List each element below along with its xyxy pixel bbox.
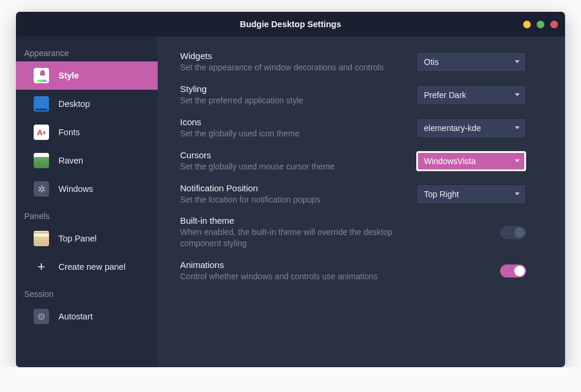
setting-desc: Set the appearance of window decorations… (180, 62, 404, 73)
sidebar-item-label: Raven (58, 156, 83, 165)
dropdown-value: WindowsVista (424, 156, 476, 166)
setting-title: Styling (180, 84, 404, 94)
window-title: Budgie Desktop Settings (240, 19, 341, 29)
setting-widgets: Widgets Set the appearance of window dec… (180, 51, 547, 73)
settings-window: Budgie Desktop Settings Appearance Style… (16, 12, 565, 367)
setting-desc: Set the preferred application style (180, 95, 404, 106)
sidebar-section-session: Session (16, 281, 158, 302)
cursors-dropdown[interactable]: WindowsVista (416, 151, 526, 171)
dropdown-value: Top Right (424, 190, 459, 199)
content-pane: Widgets Set the appearance of window dec… (158, 37, 565, 367)
sidebar-item-label: Top Panel (58, 234, 97, 243)
windows-icon: ✲ (34, 181, 49, 197)
setting-desc: Control whether windows and controls use… (180, 271, 404, 282)
window-controls (523, 21, 558, 28)
setting-title: Animations (180, 260, 404, 270)
dropdown-value: Otis (424, 57, 439, 67)
maximize-button[interactable] (537, 21, 544, 28)
setting-cursors: Cursors Set the globally used mouse curs… (180, 150, 547, 172)
setting-title: Cursors (180, 150, 404, 160)
sidebar-item-top-panel[interactable]: Top Panel (16, 224, 158, 253)
desktop-icon (34, 96, 49, 112)
dropdown-value: elementary-kde (424, 123, 481, 133)
setting-styling: Styling Set the preferred application st… (180, 84, 547, 106)
sidebar-section-appearance: Appearance (16, 40, 158, 61)
close-button[interactable] (550, 21, 558, 28)
widgets-dropdown[interactable]: Otis (416, 52, 526, 72)
setting-icons: Icons Set the globally used icon theme e… (180, 117, 547, 139)
fonts-icon: Aa (34, 125, 49, 140)
sidebar: Appearance Style Desktop Aa Fonts Raven … (16, 37, 158, 367)
gear-icon: ⚙ (34, 309, 49, 324)
animations-toggle[interactable] (500, 264, 526, 277)
toggle-knob (514, 227, 525, 238)
sidebar-item-raven[interactable]: Raven (16, 146, 158, 175)
setting-notification-position: Notification Position Set the location f… (180, 183, 547, 205)
sidebar-item-desktop[interactable]: Desktop (16, 90, 158, 118)
titlebar: Budgie Desktop Settings (16, 12, 565, 37)
sidebar-item-label: Desktop (58, 99, 90, 109)
sidebar-item-label: Fonts (58, 128, 80, 137)
minimize-button[interactable] (523, 21, 531, 28)
toggle-knob (514, 266, 525, 276)
setting-animations: Animations Control whether windows and c… (180, 260, 547, 282)
plus-icon: + (34, 259, 49, 275)
setting-desc: Set the location for notification popups (180, 194, 404, 205)
sidebar-section-panels: Panels (16, 203, 158, 224)
sidebar-item-label: Autostart (58, 312, 93, 321)
chevron-down-icon (515, 60, 520, 63)
builtin-theme-toggle[interactable] (500, 226, 526, 239)
notification-position-dropdown[interactable]: Top Right (416, 184, 526, 204)
setting-desc: When enabled, the built-in theme will ov… (180, 227, 404, 249)
panel-icon (34, 231, 49, 246)
chevron-down-icon (515, 93, 520, 96)
styling-dropdown[interactable]: Prefer Dark (416, 85, 526, 105)
setting-desc: Set the globally used mouse cursor theme (180, 161, 404, 172)
sidebar-item-label: Windows (58, 184, 93, 194)
setting-title: Icons (180, 117, 404, 127)
dropdown-value: Prefer Dark (424, 90, 466, 100)
sidebar-item-label: Create new panel (58, 262, 126, 272)
setting-desc: Set the globally used icon theme (180, 128, 404, 139)
sidebar-item-fonts[interactable]: Aa Fonts (16, 118, 158, 146)
sidebar-item-autostart[interactable]: ⚙ Autostart (16, 302, 158, 331)
setting-title: Notification Position (180, 183, 404, 193)
raven-icon (34, 153, 49, 168)
chevron-down-icon (515, 126, 520, 129)
sidebar-item-create-panel[interactable]: + Create new panel (16, 253, 158, 281)
chevron-down-icon (515, 159, 520, 162)
sidebar-item-windows[interactable]: ✲ Windows (16, 175, 158, 203)
setting-title: Built-in theme (180, 215, 404, 226)
window-body: Appearance Style Desktop Aa Fonts Raven … (16, 37, 565, 367)
style-icon (34, 68, 49, 83)
sidebar-item-style[interactable]: Style (16, 61, 158, 90)
setting-title: Widgets (180, 51, 404, 61)
icons-dropdown[interactable]: elementary-kde (416, 118, 526, 138)
chevron-down-icon (515, 192, 520, 195)
setting-builtin-theme: Built-in theme When enabled, the built-i… (180, 215, 547, 249)
sidebar-item-label: Style (58, 71, 79, 80)
